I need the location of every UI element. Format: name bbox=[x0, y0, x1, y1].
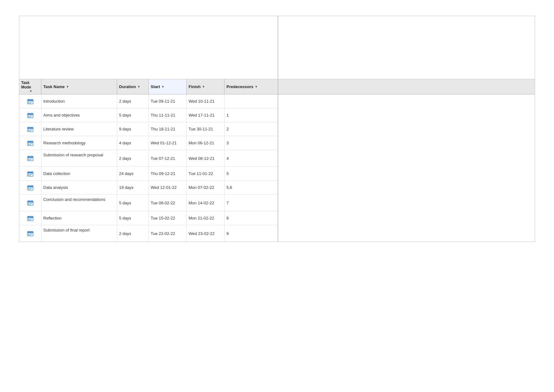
svg-rect-59 bbox=[30, 188, 31, 189]
cell-duration-1: 2 days bbox=[117, 94, 149, 108]
gantt-table: Task Mode ▼ Task Name ▼ Duration ▼ Start… bbox=[19, 16, 278, 242]
cell-task-mode-5 bbox=[19, 150, 41, 166]
table-row: Reflection 5 days Tue 15-02-22 Mon 21-02… bbox=[19, 211, 278, 225]
cell-predecessors-1 bbox=[225, 94, 278, 108]
cell-start-7: Wed 12-01-22 bbox=[149, 181, 187, 194]
sort-arrow-task-name[interactable]: ▼ bbox=[66, 85, 69, 88]
header-task-name[interactable]: Task Name ▼ bbox=[41, 79, 117, 94]
svg-rect-26 bbox=[30, 130, 31, 131]
svg-rect-73 bbox=[27, 216, 33, 218]
svg-rect-13 bbox=[28, 116, 29, 116]
task-mode-icon-10 bbox=[27, 231, 34, 236]
header-predecessors[interactable]: Predecessors ▼ bbox=[225, 79, 278, 94]
cell-duration-5: 2 days bbox=[117, 150, 149, 166]
cell-predecessors-8: 7 bbox=[225, 195, 278, 211]
cell-task-name-4[interactable]: Research methodology bbox=[41, 136, 117, 150]
svg-rect-58 bbox=[28, 188, 29, 189]
sort-arrow-finish[interactable]: ▼ bbox=[202, 85, 205, 88]
svg-rect-33 bbox=[31, 143, 32, 144]
cell-task-name-6[interactable]: Data collection bbox=[41, 167, 117, 180]
svg-rect-85 bbox=[28, 234, 29, 234]
cell-task-mode-1 bbox=[19, 94, 41, 108]
svg-rect-55 bbox=[27, 186, 33, 187]
svg-rect-60 bbox=[31, 188, 32, 189]
svg-rect-86 bbox=[30, 234, 31, 234]
svg-rect-4 bbox=[28, 102, 29, 102]
cell-task-mode-9 bbox=[19, 211, 41, 225]
svg-rect-40 bbox=[28, 159, 29, 159]
table-row: Literature review 9 days Thu 18-11-21 Tu… bbox=[19, 122, 278, 136]
svg-rect-19 bbox=[27, 127, 33, 129]
task-mode-icon-8 bbox=[27, 200, 34, 206]
svg-rect-52 bbox=[28, 175, 29, 176]
svg-rect-77 bbox=[30, 219, 31, 219]
task-mode-icon-3 bbox=[27, 126, 34, 132]
sort-arrow-predecessors[interactable]: ▼ bbox=[255, 85, 258, 88]
header-start[interactable]: Start ▼ bbox=[149, 79, 187, 94]
svg-rect-50 bbox=[30, 174, 31, 175]
cell-duration-2: 5 days bbox=[117, 108, 149, 122]
svg-rect-24 bbox=[31, 130, 32, 130]
svg-rect-46 bbox=[27, 172, 33, 173]
cell-task-name-3[interactable]: Literature review bbox=[41, 122, 117, 136]
cell-task-name-2[interactable]: Aims and objectives bbox=[41, 108, 117, 122]
task-mode-icon-5 bbox=[27, 155, 34, 161]
cell-duration-7: 19 days bbox=[117, 181, 149, 194]
cell-start-3: Thu 18-11-21 bbox=[149, 122, 187, 136]
cell-task-name-1[interactable]: Introduction bbox=[41, 94, 117, 108]
svg-rect-14 bbox=[30, 116, 31, 116]
svg-rect-32 bbox=[30, 143, 31, 144]
cell-start-2: Thu 11-11-21 bbox=[149, 108, 187, 122]
cell-start-9: Tue 15-02-22 bbox=[149, 211, 187, 225]
sort-arrow-duration[interactable]: ▼ bbox=[137, 85, 140, 88]
svg-rect-7 bbox=[28, 103, 29, 103]
sort-arrow-start[interactable]: ▼ bbox=[161, 85, 165, 88]
table-row: Research methodology 4 days Wed 01-12-21… bbox=[19, 136, 278, 150]
header-finish[interactable]: Finish ▼ bbox=[187, 79, 225, 94]
svg-rect-17 bbox=[30, 117, 31, 117]
svg-rect-6 bbox=[31, 102, 32, 102]
task-mode-icon-2 bbox=[27, 112, 34, 118]
cell-start-5: Tue 07-12-21 bbox=[149, 150, 187, 166]
svg-rect-87 bbox=[31, 234, 32, 234]
svg-rect-23 bbox=[30, 130, 31, 130]
svg-rect-25 bbox=[28, 130, 29, 131]
cell-task-name-7[interactable]: Data analysis bbox=[41, 181, 117, 194]
header-start-label: Start bbox=[151, 84, 160, 89]
svg-rect-62 bbox=[30, 189, 31, 190]
svg-rect-69 bbox=[31, 203, 32, 204]
cell-task-mode-4 bbox=[19, 136, 41, 150]
cell-task-mode-8 bbox=[19, 195, 41, 211]
table-row: Data collection 24 days Thu 09-12-21 Tue… bbox=[19, 167, 278, 181]
cell-duration-10: 2 days bbox=[117, 225, 149, 242]
cell-start-1: Tue 09-11-21 bbox=[149, 94, 187, 108]
cell-predecessors-2: 1 bbox=[225, 108, 278, 122]
sort-arrow-task-mode[interactable]: ▼ bbox=[29, 89, 33, 93]
svg-rect-16 bbox=[28, 117, 29, 117]
cell-task-mode-7 bbox=[19, 181, 41, 194]
cell-predecessors-10: 9 bbox=[225, 225, 278, 242]
header-duration[interactable]: Duration ▼ bbox=[117, 79, 149, 94]
cell-finish-2: Wed 17-11-21 bbox=[187, 108, 225, 122]
task-mode-icon-1 bbox=[27, 99, 34, 104]
svg-rect-42 bbox=[31, 159, 32, 159]
svg-rect-41 bbox=[30, 159, 31, 159]
cell-task-name-8[interactable]: Conclusion and recommendations bbox=[41, 195, 117, 211]
table-row: Submission of final report 2 days Tue 22… bbox=[19, 225, 278, 242]
svg-rect-82 bbox=[27, 232, 33, 233]
cell-finish-10: Wed 23-02-22 bbox=[187, 225, 225, 242]
svg-rect-44 bbox=[30, 160, 31, 160]
cell-task-name-9[interactable]: Reflection bbox=[41, 211, 117, 225]
svg-rect-89 bbox=[30, 235, 31, 235]
cell-finish-9: Mon 21-02-22 bbox=[187, 211, 225, 225]
page-container: Task Mode ▼ Task Name ▼ Duration ▼ Start… bbox=[0, 0, 554, 251]
table-row: Data analysis 19 days Wed 12-01-22 Mon 0… bbox=[19, 181, 278, 195]
cell-task-name-10[interactable]: Submission of final report bbox=[41, 225, 117, 242]
cell-task-name-5[interactable]: Submission of research proposal bbox=[41, 150, 117, 166]
table-row: Conclusion and recommendations 5 days Tu… bbox=[19, 195, 278, 211]
cell-start-10: Tue 22-02-22 bbox=[149, 225, 187, 242]
cell-duration-6: 24 days bbox=[117, 167, 149, 180]
task-mode-icon-6 bbox=[27, 171, 34, 177]
header-task-mode[interactable]: Task Mode ▼ bbox=[19, 79, 41, 94]
svg-rect-49 bbox=[28, 174, 29, 175]
